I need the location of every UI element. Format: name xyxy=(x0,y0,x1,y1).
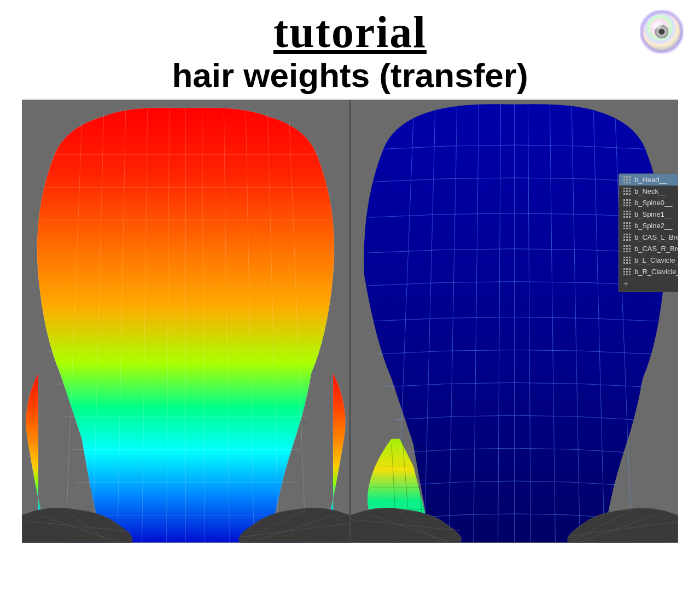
dots-icon xyxy=(623,245,631,253)
dots-icon xyxy=(623,234,631,241)
dropdown-item-label-0: b_Head__ xyxy=(634,176,667,184)
dropdown-item-label-6: b_CAS_R_Breast__ xyxy=(634,245,678,253)
viewport-left xyxy=(22,100,351,543)
dots-icon xyxy=(623,199,631,207)
add-item-button[interactable]: + xyxy=(619,277,678,292)
dots-icon xyxy=(623,222,631,230)
dropdown-item-label-4: b_Spine2__ xyxy=(634,222,672,230)
dropdown-item-6[interactable]: b_CAS_R_Breast__ xyxy=(619,243,678,254)
dropdown-item-label-3: b_Spine1__ xyxy=(634,210,672,218)
dropdown-item-8[interactable]: b_R_Clavicle__ xyxy=(619,266,678,277)
dropdown-item-3[interactable]: b_Spine1__ xyxy=(619,208,678,220)
dropdown-item-4[interactable]: b_Spine2__ xyxy=(619,220,678,231)
dropdown-item-label-2: b_Spine0__ xyxy=(634,199,672,207)
dropdown-item-label-1: b_Neck__ xyxy=(634,187,667,195)
dropdown-item-5[interactable]: b_CAS_L_Breast__ xyxy=(619,231,678,243)
page-title: tutorial xyxy=(0,10,700,55)
page-subtitle: hair weights (transfer) xyxy=(0,57,700,94)
dots-icon xyxy=(623,188,631,195)
disc-icon xyxy=(640,10,684,54)
dots-icon xyxy=(623,211,631,218)
dropdown-item-2[interactable]: b_Spine0__ xyxy=(619,197,678,208)
dropdown-item-1[interactable]: b_Neck__ xyxy=(619,186,678,197)
dropdown-item-label-5: b_CAS_L_Breast__ xyxy=(634,233,678,241)
header: tutorial hair weights (transfer) xyxy=(0,0,700,100)
dots-icon xyxy=(623,176,631,184)
svg-point-5 xyxy=(659,29,664,34)
dropdown-item-7[interactable]: b_L_Clavicle__ xyxy=(619,254,678,266)
dropdown-item-label-8: b_R_Clavicle__ xyxy=(634,268,678,276)
dropdown-item-0[interactable]: b_Head__ xyxy=(619,174,678,186)
viewport-right: b_Head__b_Neck__b_Spine0__b_Spine1__b_Sp… xyxy=(351,100,678,543)
dropdown-item-label-7: b_L_Clavicle__ xyxy=(634,256,678,264)
canvas-area: b_Head__b_Neck__b_Spine0__b_Spine1__b_Sp… xyxy=(22,100,678,543)
dropdown-panel[interactable]: b_Head__b_Neck__b_Spine0__b_Spine1__b_Sp… xyxy=(619,173,678,292)
dots-icon xyxy=(623,268,631,276)
dots-icon xyxy=(623,257,631,264)
